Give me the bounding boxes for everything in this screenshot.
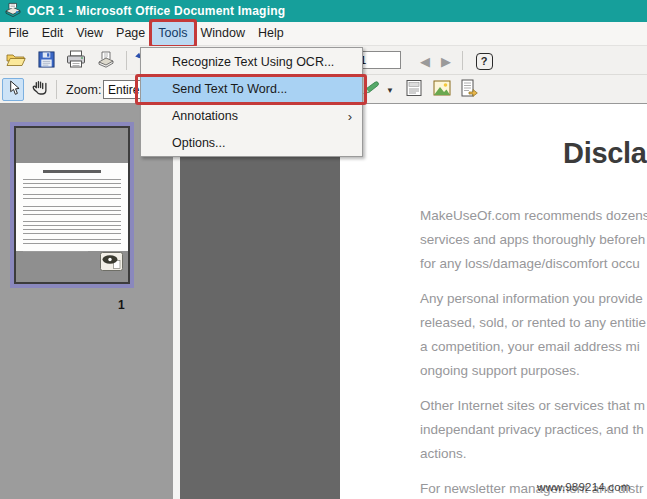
select-cursor-icon <box>7 80 20 100</box>
hand-icon <box>31 79 48 100</box>
scan-button[interactable] <box>94 50 118 72</box>
help-button[interactable]: ? <box>472 50 496 72</box>
save-icon <box>38 51 55 72</box>
document-line: services and apps thoroughly beforeh <box>420 228 647 252</box>
document-line: Any personal information you provide <box>420 287 647 311</box>
submenu-arrow-icon: › <box>348 103 352 130</box>
next-page-button[interactable]: ▶ <box>437 50 455 72</box>
reading-view-icon <box>405 79 423 101</box>
reading-view-button[interactable] <box>402 79 426 101</box>
document-line: a competition, your email address mi <box>420 335 647 359</box>
document-line: actions. <box>420 442 647 466</box>
menu-item-label: Recognize Text Using OCR... <box>172 55 334 69</box>
document-paragraph: Other Internet sites or services that m … <box>420 394 647 466</box>
send-to-word-icon <box>460 79 478 101</box>
menu-tools[interactable]: Tools <box>152 22 194 45</box>
menu-item-recognize-text-ocr[interactable]: Recognize Text Using OCR... <box>141 49 362 76</box>
thumbnail-panel: 1 <box>0 104 173 499</box>
picture-icon <box>433 80 451 100</box>
menu-edit[interactable]: Edit <box>35 22 70 45</box>
menu-bar: File Edit View Page Tools Window Help <box>0 22 647 46</box>
panel-splitter[interactable] <box>173 104 180 499</box>
menu-item-send-text-to-word[interactable]: Send Text To Word... <box>141 76 362 103</box>
document-paragraph: MakeUseOf.com recommends dozens services… <box>420 204 647 276</box>
pan-tool-button[interactable] <box>27 78 51 100</box>
save-button[interactable] <box>34 50 58 72</box>
menu-item-options[interactable]: Options... <box>141 130 362 157</box>
picture-view-button[interactable] <box>430 79 454 101</box>
tools-dropdown-menu: Recognize Text Using OCR... Send Text To… <box>140 47 363 157</box>
ocr-eye-icon <box>100 252 123 275</box>
document-viewer-background <box>180 104 340 499</box>
document-line: Other Internet sites or services that m <box>420 394 647 418</box>
annotation-pen-button[interactable] <box>360 79 384 101</box>
help-icon: ? <box>476 53 493 70</box>
select-tool-button[interactable] <box>2 78 24 101</box>
menu-item-label: Send Text To Word... <box>172 82 287 96</box>
toolbar-separator <box>126 51 127 70</box>
document-line: ongoing support purposes. <box>420 359 647 383</box>
document-title: Discla <box>563 137 647 170</box>
open-button[interactable] <box>4 50 28 72</box>
printer-icon <box>66 50 86 72</box>
menu-view[interactable]: View <box>70 22 110 45</box>
menu-item-label: Options... <box>172 136 226 150</box>
document-body-text: MakeUseOf.com recommends dozens services… <box>420 204 647 499</box>
pen-dropdown-button[interactable]: ▼ <box>383 79 397 101</box>
document-line: for any loss/damage/discomfort occu <box>420 252 647 276</box>
open-folder-icon <box>6 51 26 72</box>
menu-page[interactable]: Page <box>110 22 152 45</box>
thumbnail-page-preview <box>14 126 130 284</box>
chevron-down-icon: ▼ <box>386 86 394 95</box>
menu-file[interactable]: File <box>2 22 35 45</box>
zoom-label: Zoom: <box>66 83 101 97</box>
toolbar-separator <box>462 51 463 70</box>
thumbnail-document-body <box>16 163 128 251</box>
scan-icon <box>96 50 116 72</box>
document-line: MakeUseOf.com recommends dozens <box>420 204 647 228</box>
window-title: OCR 1 - Microsoft Office Document Imagin… <box>27 4 285 18</box>
next-page-icon: ▶ <box>441 54 451 69</box>
previous-page-button[interactable]: ◀ <box>416 50 434 72</box>
menu-help[interactable]: Help <box>251 22 290 45</box>
menu-window[interactable]: Window <box>194 22 251 45</box>
highlighter-pen-icon <box>362 81 382 99</box>
send-text-to-word-button[interactable] <box>457 79 481 101</box>
watermark-text: www.989214.com <box>537 481 631 493</box>
document-paragraph: Any personal information you provide rel… <box>420 287 647 383</box>
app-icon <box>5 2 21 20</box>
document-page: Discla MakeUseOf.com recommends dozens s… <box>340 104 647 499</box>
thumbnail-page-number: 1 <box>118 298 125 312</box>
menu-item-label: Annotations <box>172 109 238 123</box>
document-line: independant privacy practices, and th <box>420 418 647 442</box>
toolbar-separator <box>56 80 57 99</box>
title-bar: OCR 1 - Microsoft Office Document Imagin… <box>0 0 647 22</box>
menu-item-annotations[interactable]: Annotations › <box>141 103 362 130</box>
page-thumbnail[interactable] <box>10 122 134 288</box>
document-line: released, sold, or rented to any entitie <box>420 311 647 335</box>
app-window: OCR 1 - Microsoft Office Document Imagin… <box>0 0 647 499</box>
previous-page-icon: ◀ <box>420 54 430 69</box>
print-button[interactable] <box>64 50 88 72</box>
